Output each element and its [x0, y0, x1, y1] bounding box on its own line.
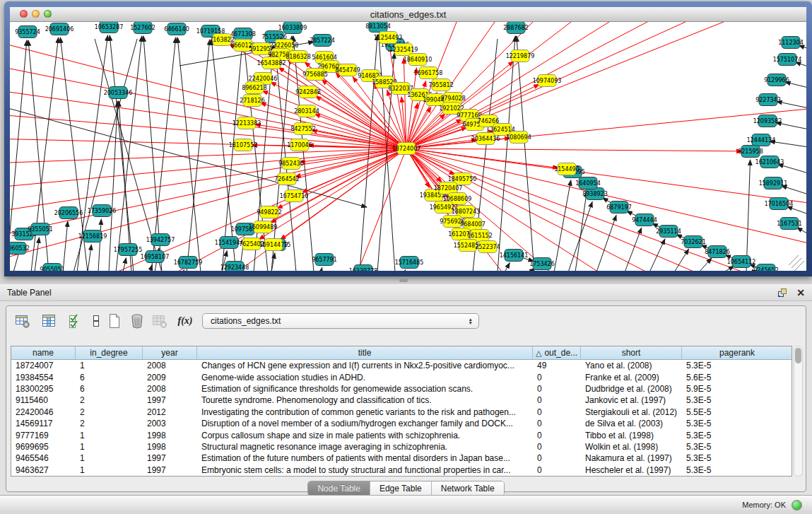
network-window-titlebar[interactable]: citations_edges.txt	[10, 7, 806, 22]
tab-network-table[interactable]: Network Table	[432, 481, 504, 496]
network-window[interactable]: citations_edges.txt 93557242069140610653…	[4, 1, 812, 276]
network-node[interactable]: 8938923	[582, 188, 608, 200]
select-columns-button[interactable]	[66, 312, 84, 330]
tab-node-table[interactable]: Node Table	[308, 481, 370, 496]
network-node[interactable]: 8813054	[365, 22, 391, 33]
network-node[interactable]: 13942757	[146, 234, 175, 246]
network-node[interactable]: 1170046	[287, 139, 312, 151]
network-node[interactable]: 15751074	[773, 54, 802, 66]
network-node[interactable]: 9129966	[764, 74, 789, 86]
table-scrollbar-thumb[interactable]	[795, 348, 801, 363]
table-row[interactable]: 1872400712008Changes of HCN gene express…	[11, 360, 792, 371]
network-node[interactable]: 10974093	[533, 75, 562, 87]
new-column-button[interactable]	[105, 312, 124, 330]
column-header-in_degree[interactable]: in_degree	[76, 346, 143, 359]
network-node[interactable]: 2935114	[656, 226, 681, 238]
network-node[interactable]: 2522374	[475, 241, 500, 253]
minimize-button[interactable]	[32, 10, 40, 18]
tab-edge-table[interactable]: Edge Table	[370, 481, 432, 496]
network-node[interactable]: 15892911	[759, 177, 788, 189]
table-mode-button[interactable]	[87, 312, 105, 330]
network-node[interactable]: 1640954	[575, 177, 601, 189]
network-node[interactable]: 12923448	[220, 262, 249, 271]
network-node[interactable]: 6466140	[164, 23, 189, 35]
network-node[interactable]: 8215958	[738, 146, 763, 158]
network-node[interactable]: 2718126	[240, 95, 265, 107]
network-node[interactable]: 7264542	[274, 173, 300, 185]
network-node[interactable]: 1080694	[506, 132, 531, 144]
network-node[interactable]: 9227343	[755, 94, 781, 106]
table-options-button[interactable]	[13, 312, 32, 330]
table-row[interactable]: 1830029562008Estimation of significance …	[11, 383, 792, 395]
network-node[interactable]: 16782759	[174, 257, 203, 269]
network-node[interactable]: 1167531	[777, 218, 802, 230]
network-node[interactable]: 7857224	[310, 35, 335, 47]
network-node[interactable]: 9756885	[302, 69, 328, 81]
network-node[interactable]: 9355724	[15, 26, 40, 38]
network-node[interactable]: 12219879	[506, 50, 535, 62]
network-node[interactable]: 9852430	[278, 158, 304, 170]
table-row[interactable]: 969969511998Structural magnetic resonanc…	[11, 441, 792, 452]
network-node[interactable]: 9355051	[28, 223, 53, 235]
network-node[interactable]: 6879197	[606, 201, 632, 214]
network-node[interactable]: 12093582	[753, 115, 782, 127]
table-row[interactable]: 977716911998Corpus callosum shape and si…	[11, 429, 792, 440]
table-row[interactable]: 946362711997Embryonic stem cells: a mode…	[11, 465, 792, 476]
table-row[interactable]: 911546021997Tourette syndrome. Phenomeno…	[11, 395, 792, 406]
resize-grip-icon[interactable]	[794, 261, 804, 271]
column-header-pagerank[interactable]: pagerank	[682, 346, 792, 359]
show-columns-button[interactable]	[40, 312, 58, 330]
network-node[interactable]: 7032621	[681, 236, 706, 248]
resize-grip-icon[interactable]	[789, 255, 799, 265]
network-node[interactable]: 16339778	[349, 265, 378, 271]
column-header-name[interactable]: name	[11, 346, 76, 359]
column-header-short[interactable]: short	[581, 346, 682, 359]
table-row[interactable]: 1938455462009Genome-wide association stu…	[11, 371, 792, 382]
network-node[interactable]: 2887682	[503, 22, 529, 34]
network-node[interactable]: 1112304	[778, 37, 804, 49]
float-panel-icon[interactable]	[777, 287, 788, 298]
table-row[interactable]: 2242004622012Investigating the contribut…	[11, 407, 792, 418]
network-node[interactable]: 8186328	[286, 51, 311, 63]
network-node[interactable]: 9245652	[753, 264, 779, 271]
network-node[interactable]: 16210643	[755, 156, 784, 168]
table-row[interactable]: 946554611997Estimation of the future num…	[11, 452, 792, 464]
column-header-out_de[interactable]: △out_de...	[533, 346, 581, 359]
network-node[interactable]: 1753426	[529, 258, 555, 270]
network-node[interactable]: 9055051	[40, 264, 65, 271]
memory-status-indicator[interactable]	[792, 500, 802, 510]
network-node[interactable]: 14156141	[500, 250, 529, 262]
network-node[interactable]: 8966218	[242, 82, 267, 94]
network-node[interactable]: 16958107	[141, 251, 170, 263]
network-node[interactable]: 12444134	[747, 134, 776, 146]
delete-column-button[interactable]	[128, 312, 146, 330]
network-node[interactable]: 10653287	[95, 22, 124, 33]
network-node[interactable]: 9498222	[257, 206, 282, 218]
network-node[interactable]: 20691406	[45, 23, 74, 35]
network-node[interactable]: 7955812	[428, 79, 454, 91]
zoom-button[interactable]	[44, 10, 52, 18]
delete-table-button[interactable]	[151, 312, 169, 330]
network-node[interactable]: 9474444	[632, 214, 657, 226]
network-node[interactable]: 17016504	[765, 198, 794, 210]
resize-grip-icon[interactable]	[792, 258, 801, 268]
split-pane-handle[interactable]	[399, 279, 408, 282]
network-canvas[interactable]: 9355724206914061065328715276026466140107…	[10, 22, 806, 271]
network-node[interactable]: 9242848	[295, 86, 321, 98]
network-node[interactable]: 1527602	[130, 22, 155, 34]
network-node[interactable]: 15716485	[395, 257, 424, 269]
close-button[interactable]	[20, 10, 28, 18]
column-header-title[interactable]: title	[197, 346, 533, 359]
table-selector-dropdown[interactable]: citations_edges.txt ▲▼	[202, 313, 479, 329]
column-header-year[interactable]: year	[143, 346, 197, 359]
network-node[interactable]: 2060532	[10, 243, 30, 255]
network-graph[interactable]: 9355724206914061065328715276026466140107…	[10, 22, 806, 271]
network-node[interactable]: 2803144	[294, 105, 319, 117]
close-panel-icon[interactable]: ✕	[796, 288, 805, 298]
network-node[interactable]: 8427552	[290, 123, 316, 135]
table-scrollbar[interactable]	[794, 346, 803, 477]
table-row[interactable]: 1456911722003Disruption of a novel membe…	[11, 418, 792, 429]
network-node[interactable]: 1154490	[554, 163, 579, 175]
network-node[interactable]: 8454749	[335, 64, 360, 76]
network-node[interactable]: 8471826	[705, 246, 730, 258]
